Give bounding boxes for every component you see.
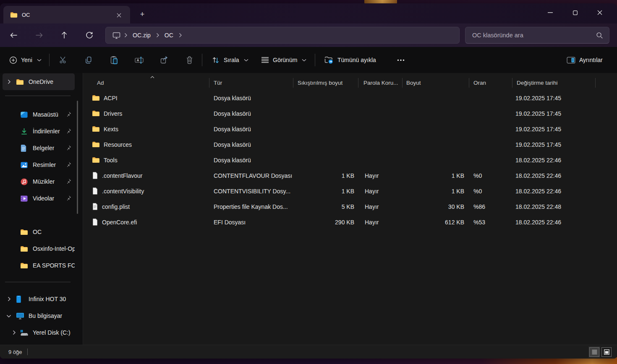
pin-icon	[65, 111, 71, 117]
cut-button[interactable]	[55, 52, 72, 68]
details-pane-label: Ayrıntılar	[579, 57, 603, 63]
breadcrumb-item-zip[interactable]: OC.zip	[131, 32, 152, 39]
details-pane-icon	[567, 57, 575, 64]
sidebar-item-local-disk-c[interactable]: Yerel Disk (C:)	[3, 324, 75, 341]
folder-icon	[92, 126, 100, 132]
downloads-icon	[20, 127, 31, 135]
new-tab-button[interactable]: +	[136, 9, 149, 20]
column-header-ratio[interactable]: Oran	[469, 76, 512, 90]
sidebar-item-label: OneDrive	[29, 78, 53, 85]
chevron-right-icon	[124, 33, 128, 38]
sidebar-item-osxinfo-folder[interactable]: Osxinfo-Intel-Op	[3, 240, 75, 257]
list-lines-icon	[261, 57, 269, 63]
status-bar: 9 öğe	[0, 345, 617, 359]
column-header-type[interactable]: Tür	[209, 76, 293, 90]
maximize-button[interactable]	[565, 3, 585, 22]
sidebar-item-this-pc[interactable]: Bu bilgisayar	[3, 307, 75, 324]
sort-arrows-icon	[212, 56, 220, 64]
column-header-modified[interactable]: Değiştirme tarihi	[512, 76, 596, 90]
tab-close-button[interactable]	[113, 10, 124, 20]
sidebar-item-downloads[interactable]: İndirilenler	[3, 123, 75, 140]
refresh-button[interactable]	[81, 27, 98, 44]
chevron-right-icon[interactable]	[3, 79, 15, 84]
sidebar-item-label: Belgeler	[33, 145, 54, 151]
column-header-size[interactable]: Boyut	[403, 76, 469, 90]
file-row-opencore[interactable]: OpenCore.efi EFI Dosyası 290 KB Hayır 61…	[83, 214, 617, 230]
breadcrumb-item-folder[interactable]: OC	[163, 32, 175, 39]
extract-all-label: Tümünü ayıkla	[337, 57, 376, 63]
search-input[interactable]	[465, 32, 596, 39]
up-button[interactable]	[56, 27, 73, 44]
command-bar: Yeni	[0, 47, 617, 73]
sidebar-item-pictures[interactable]: Resimler	[3, 156, 75, 173]
chevron-right-icon[interactable]	[3, 296, 15, 302]
file-rows: ACPI Dosya klasörü 19.02.2025 17:45 Driv…	[83, 90, 617, 230]
ellipsis-icon	[397, 59, 405, 61]
computer-icon	[16, 312, 27, 320]
file-row-drivers[interactable]: Drivers Dosya klasörü 19.02.2025 17:45	[83, 106, 617, 121]
explorer-tab[interactable]: OC	[3, 6, 130, 23]
copy-button[interactable]	[80, 52, 97, 68]
share-icon	[160, 56, 168, 64]
file-row-kexts[interactable]: Kexts Dosya klasörü 19.02.2025 17:45	[83, 121, 617, 137]
minimize-button[interactable]	[541, 3, 560, 22]
search-box[interactable]	[465, 27, 609, 44]
file-icon	[92, 187, 98, 195]
sidebar-item-documents[interactable]: Belgeler	[3, 140, 75, 156]
sidebar-divider	[5, 282, 71, 282]
sort-button-label: Sırala	[224, 57, 239, 63]
sort-button[interactable]: Sırala	[207, 52, 253, 68]
sidebar-item-infinix-phone[interactable]: Infinix HOT 30	[3, 291, 75, 307]
file-row-contentvisibility[interactable]: .contentVisibility CONTENTVISIBILITY Dos…	[83, 183, 617, 199]
share-button[interactable]	[156, 52, 173, 68]
file-row-acpi[interactable]: ACPI Dosya klasörü 19.02.2025 17:45	[83, 90, 617, 106]
rename-button[interactable]	[131, 52, 147, 68]
sidebar-item-videos[interactable]: Videolar	[3, 190, 75, 207]
folder-icon	[20, 263, 31, 269]
sidebar-item-music[interactable]: Müzikler	[3, 173, 75, 190]
separator	[202, 54, 202, 66]
view-button[interactable]: Görünüm	[257, 52, 311, 68]
rename-icon	[135, 56, 144, 64]
sidebar-item-oc-folder[interactable]: OC	[3, 224, 75, 240]
column-header-password[interactable]: Parola Koru...	[358, 76, 403, 90]
navigation-pane: OneDrive Masaüstü İn	[0, 73, 83, 345]
paste-button[interactable]	[105, 52, 122, 68]
more-button[interactable]	[392, 52, 410, 68]
sidebar-item-label: Infinix HOT 30	[29, 296, 66, 302]
new-button[interactable]: Yeni	[5, 52, 46, 68]
icons-view-toggle[interactable]	[601, 347, 612, 357]
details-pane-button[interactable]: Ayrıntılar	[562, 52, 607, 68]
back-button[interactable]	[5, 27, 22, 44]
chevron-right-icon[interactable]	[8, 330, 20, 335]
column-header-compressed-size[interactable]: Sıkıştırılmış boyut	[293, 76, 358, 90]
extract-all-button[interactable]: Tümünü ayıkla	[320, 52, 380, 68]
sidebar-item-label: İndirilenler	[33, 128, 60, 135]
file-row-configplist[interactable]: config.plist Properties file Kaynak Dos.…	[83, 199, 617, 214]
file-icon	[92, 218, 98, 226]
file-row-resources[interactable]: Resources Dosya klasörü 19.02.2025 17:45	[83, 137, 617, 152]
column-header-name[interactable]: Ad	[83, 76, 209, 90]
sidebar-item-label: OC	[33, 229, 42, 235]
extract-folder-icon	[324, 56, 334, 64]
details-view-toggle[interactable]	[589, 347, 599, 357]
forward-button[interactable]	[31, 27, 47, 44]
sidebar-scrollbar[interactable]	[77, 101, 78, 214]
chevron-right-icon	[156, 33, 159, 38]
folder-icon	[20, 229, 31, 235]
delete-button[interactable]	[181, 52, 198, 68]
pin-icon	[65, 178, 71, 184]
view-button-label: Görünüm	[273, 57, 297, 63]
file-row-contentflavour[interactable]: .contentFlavour CONTENTFLAVOUR Dosyası 1…	[83, 168, 617, 183]
sidebar-item-desktop[interactable]: Masaüstü	[3, 106, 75, 123]
sidebar-item-easports-folder[interactable]: EA SPORTS FC 2	[3, 257, 75, 274]
close-button[interactable]	[590, 3, 609, 22]
monitor-icon	[112, 32, 120, 39]
file-list-area: Ad Tür Sıkıştırılmış boyut Parola Koru..…	[83, 73, 617, 345]
sidebar-item-onedrive[interactable]: OneDrive	[3, 73, 75, 90]
file-row-tools[interactable]: Tools Dosya klasörü 18.02.2025 22:46	[83, 152, 617, 168]
chevron-down-icon[interactable]	[3, 314, 15, 318]
address-bar[interactable]: OC.zip OC	[105, 27, 460, 44]
clipboard-icon	[110, 56, 118, 64]
videos-icon	[20, 195, 31, 203]
